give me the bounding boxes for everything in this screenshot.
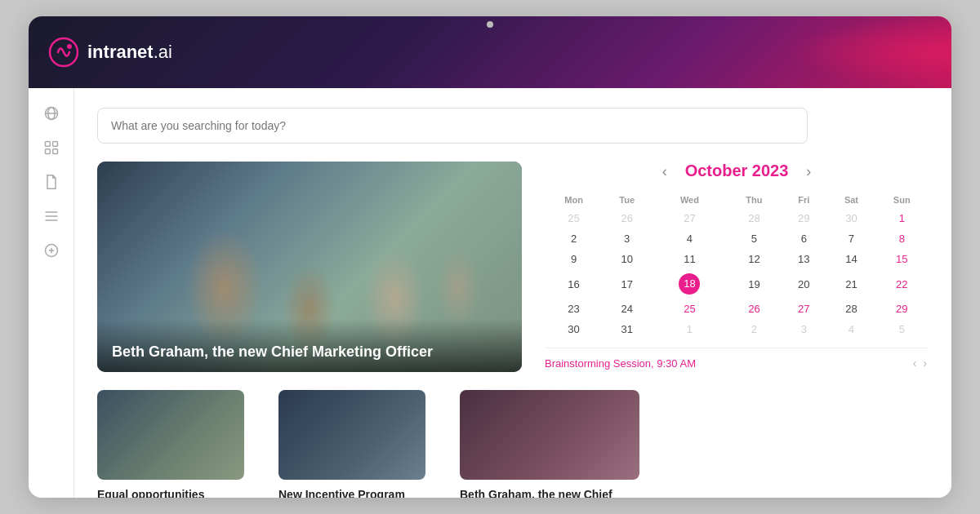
search-input[interactable] xyxy=(97,108,808,144)
calendar-day-cell[interactable]: 1 xyxy=(875,208,929,228)
calendar-day-header: Wed xyxy=(651,192,728,208)
calendar-day-cell[interactable]: 25 xyxy=(545,208,603,228)
grid-icon[interactable] xyxy=(42,139,60,157)
sidebar xyxy=(29,88,74,498)
calendar-day-header: Tue xyxy=(603,192,651,208)
calendar-grid: MonTueWedThuFriSatSun 252627282930123456… xyxy=(545,192,929,339)
svg-rect-5 xyxy=(45,142,50,147)
main-content: Beth Graham, the new Chief Marketing Off… xyxy=(29,88,951,498)
camera-dot xyxy=(487,21,493,28)
globe-icon[interactable] xyxy=(42,104,60,122)
calendar-day-header: Fri xyxy=(780,192,827,208)
calendar-day-headers: MonTueWedThuFriSatSun xyxy=(545,192,929,208)
calendar-month-year: October 2023 xyxy=(685,162,789,180)
calendar-day-cell[interactable]: 28 xyxy=(728,208,781,228)
calendar-event-nav: ‹ › xyxy=(911,355,929,371)
featured-image[interactable]: Beth Graham, the new Chief Marketing Off… xyxy=(97,162,522,372)
calendar-day-cell[interactable]: 25 xyxy=(651,299,728,319)
calendar-day-cell[interactable]: 3 xyxy=(780,319,827,339)
page-body: Beth Graham, the new Chief Marketing Off… xyxy=(74,88,951,498)
calendar-day-cell[interactable]: 26 xyxy=(603,208,651,228)
calendar-day-cell[interactable]: 12 xyxy=(728,249,781,269)
calendar-day-cell[interactable]: 26 xyxy=(728,299,781,319)
card-thumbnail xyxy=(460,390,639,480)
calendar-day-cell[interactable]: 4 xyxy=(651,228,728,249)
card-item[interactable]: New Incentive Program Some pics of our b… xyxy=(278,390,442,498)
calendar-prev-button[interactable]: ‹ xyxy=(657,162,672,180)
card-title: Beth Graham, the new Chief Marketing Off… xyxy=(460,488,639,498)
calendar-day-cell[interactable]: 27 xyxy=(651,208,728,228)
calendar-next-button[interactable]: › xyxy=(801,162,816,180)
calendar-day-cell[interactable]: 27 xyxy=(780,299,827,319)
calendar-day-cell[interactable]: 5 xyxy=(875,319,929,339)
card-title: Equal opportunities xyxy=(97,488,261,498)
calendar-day-cell[interactable]: 13 xyxy=(780,249,827,269)
cards-row: Equal opportunities Why create an equal.… xyxy=(97,390,929,498)
svg-point-1 xyxy=(67,44,72,49)
calendar-day-header: Sat xyxy=(827,192,875,208)
calendar-day-cell[interactable]: 24 xyxy=(603,299,651,319)
calendar-day-cell[interactable]: 19 xyxy=(728,269,781,299)
calendar-week-row: 2526272829301 xyxy=(545,208,929,228)
calendar-day-cell[interactable]: 6 xyxy=(780,228,827,249)
calendar-day-cell[interactable]: 20 xyxy=(780,269,827,299)
document-icon[interactable] xyxy=(42,173,60,191)
calendar-day-cell[interactable]: 9 xyxy=(545,249,603,269)
top-row: Beth Graham, the new Chief Marketing Off… xyxy=(97,162,929,372)
calendar-event-prev[interactable]: ‹ xyxy=(911,355,919,371)
calendar-day-cell[interactable]: 31 xyxy=(603,319,651,339)
card-item[interactable]: Equal opportunities Why create an equal.… xyxy=(97,390,261,498)
calendar-widget: ‹ October 2023 › MonTueWedThuFriSatSun 2… xyxy=(545,162,929,371)
featured-caption: Beth Graham, the new Chief Marketing Off… xyxy=(97,319,522,372)
svg-rect-6 xyxy=(52,142,57,147)
card-thumbnail xyxy=(97,390,244,480)
card-item[interactable]: Beth Graham, the new Chief Marketing Off… xyxy=(460,390,639,498)
calendar-day-cell[interactable]: 4 xyxy=(827,319,875,339)
calendar-day-cell[interactable]: 18 xyxy=(651,269,728,299)
calendar-week-row: 23242526272829 xyxy=(545,299,929,319)
calendar-day-cell[interactable]: 22 xyxy=(875,269,929,299)
plus-icon[interactable] xyxy=(42,241,60,259)
calendar-day-cell[interactable]: 21 xyxy=(827,269,875,299)
calendar-day-cell[interactable]: 28 xyxy=(827,299,875,319)
logo-area: intranet.ai xyxy=(48,37,172,68)
calendar-week-row: 303112345 xyxy=(545,319,929,339)
calendar-day-cell[interactable]: 3 xyxy=(603,228,651,249)
calendar-day-cell[interactable]: 15 xyxy=(875,249,929,269)
calendar-day-cell[interactable]: 16 xyxy=(545,269,603,299)
calendar-day-cell[interactable]: 29 xyxy=(780,208,827,228)
calendar-day-header: Mon xyxy=(545,192,603,208)
calendar-event-label[interactable]: Brainstorming Session, 9:30 AM xyxy=(545,357,696,370)
device-frame: intranet.ai xyxy=(29,16,951,498)
calendar-day-cell[interactable]: 2 xyxy=(545,228,603,249)
calendar-day-cell[interactable]: 1 xyxy=(651,319,728,339)
svg-rect-8 xyxy=(52,149,57,154)
logo-text: intranet.ai xyxy=(87,42,172,63)
calendar-week-row: 9101112131415 xyxy=(545,249,929,269)
calendar-day-cell[interactable]: 8 xyxy=(875,228,929,249)
list-icon[interactable] xyxy=(42,207,60,225)
svg-rect-7 xyxy=(45,149,50,154)
calendar-day-cell[interactable]: 23 xyxy=(545,299,603,319)
calendar-day-cell[interactable]: 30 xyxy=(827,208,875,228)
calendar-day-cell[interactable]: 5 xyxy=(728,228,781,249)
calendar-event-next[interactable]: › xyxy=(921,355,929,371)
calendar-day-cell[interactable]: 14 xyxy=(827,249,875,269)
calendar-day-cell[interactable]: 30 xyxy=(545,319,603,339)
calendar-day-cell[interactable]: 11 xyxy=(651,249,728,269)
calendar-day-cell[interactable]: 29 xyxy=(875,299,929,319)
card-thumbnail xyxy=(278,390,425,480)
calendar-day-cell[interactable]: 7 xyxy=(827,228,875,249)
calendar-week-row: 2345678 xyxy=(545,228,929,249)
calendar-day-header: Sun xyxy=(875,192,929,208)
card-title: New Incentive Program xyxy=(278,488,442,498)
calendar-event-row: Brainstorming Session, 9:30 AM ‹ › xyxy=(545,348,929,371)
logo-icon xyxy=(48,37,79,68)
calendar-header: ‹ October 2023 › xyxy=(545,162,929,180)
calendar-day-cell[interactable]: 10 xyxy=(603,249,651,269)
calendar-week-row: 16171819202122 xyxy=(545,269,929,299)
calendar-day-cell[interactable]: 2 xyxy=(728,319,781,339)
calendar-day-header: Thu xyxy=(728,192,781,208)
calendar-day-cell[interactable]: 17 xyxy=(603,269,651,299)
